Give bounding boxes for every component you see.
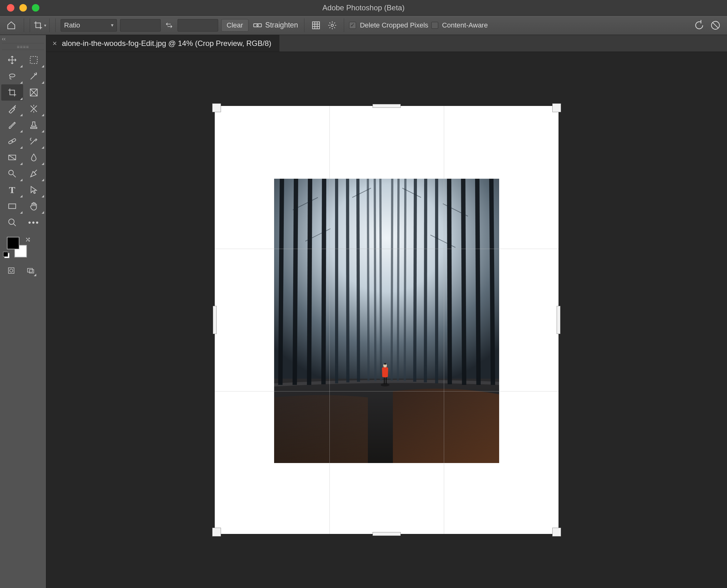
content-aware-checkbox[interactable]: Content-Aware: [431, 21, 487, 29]
panel-grip[interactable]: ≡≡≡≡: [2, 43, 44, 50]
cancel-crop-button[interactable]: [710, 18, 721, 32]
clone-stamp-tool[interactable]: [23, 117, 45, 133]
crop-tool[interactable]: [1, 84, 23, 101]
gradient-icon: [7, 153, 17, 162]
chevron-down-icon: ▾: [44, 23, 46, 28]
crop-handle-right[interactable]: [557, 306, 560, 334]
minimize-window-button[interactable]: [19, 4, 27, 12]
history-brush-icon: [29, 136, 38, 146]
frame-tool[interactable]: [23, 84, 45, 101]
color-swatches: ⤭: [0, 234, 46, 262]
svg-rect-48: [384, 363, 386, 364]
delete-cropped-pixels-checkbox[interactable]: ✓ Delete Cropped Pixels: [349, 21, 428, 29]
crop-height-input[interactable]: [178, 19, 218, 31]
blur-tool[interactable]: [23, 149, 45, 166]
pen-icon: [29, 169, 38, 178]
collapse-panel-button[interactable]: ‹‹: [0, 35, 46, 42]
svg-line-29: [477, 179, 479, 385]
separator: [304, 18, 305, 32]
svg-point-11: [9, 219, 14, 225]
straighten-label: Straighten: [265, 21, 298, 29]
svg-line-26: [375, 179, 375, 381]
history-brush-tool[interactable]: [23, 133, 45, 149]
type-tool[interactable]: T: [1, 182, 23, 198]
quick-mask-button[interactable]: [5, 264, 18, 277]
lasso-icon: [7, 71, 17, 81]
swap-colors-button[interactable]: ⤭: [25, 236, 30, 244]
eyedropper-icon: [7, 104, 17, 113]
grid-icon: [311, 21, 321, 30]
clear-button-label: Clear: [227, 21, 243, 29]
svg-rect-0: [253, 24, 261, 27]
crop-handle-top[interactable]: [373, 104, 401, 108]
default-colors-button[interactable]: [3, 252, 9, 257]
document-tab-title: alone-in-the-woods-fog-Edit.jpg @ 14% (C…: [62, 39, 271, 48]
eyedropper-tool[interactable]: [1, 101, 23, 117]
crop-handle-left[interactable]: [213, 306, 216, 334]
home-icon: [6, 21, 16, 30]
document-tab-bar: × alone-in-the-woods-fog-Edit.jpg @ 14% …: [46, 35, 727, 52]
crop-handle-top-left[interactable]: [212, 103, 221, 112]
dodge-icon: [7, 169, 17, 178]
document-tab[interactable]: × alone-in-the-woods-fog-Edit.jpg @ 14% …: [46, 35, 279, 51]
lasso-tool[interactable]: [1, 68, 23, 84]
svg-line-27: [380, 179, 381, 381]
svg-line-37: [392, 179, 392, 381]
cancel-icon: [710, 20, 721, 30]
delete-cropped-pixels-label: Delete Cropped Pixels: [360, 21, 428, 29]
close-tab-button[interactable]: ×: [53, 39, 57, 48]
svg-line-25: [368, 179, 369, 381]
move-tool[interactable]: [1, 52, 23, 68]
healing-brush-tool[interactable]: [1, 133, 23, 149]
swap-width-height-button[interactable]: [164, 18, 174, 32]
path-select-tool[interactable]: [23, 182, 45, 198]
magic-wand-tool[interactable]: [23, 68, 45, 84]
svg-rect-4: [30, 57, 38, 64]
svg-point-2: [331, 24, 334, 26]
aspect-ratio-preset-select[interactable]: Ratio ▾: [61, 19, 117, 31]
separator: [344, 18, 344, 32]
marquee-tool[interactable]: [23, 52, 45, 68]
chevron-down-icon: ▾: [111, 22, 113, 28]
crop-boundary[interactable]: [215, 106, 559, 534]
straighten-button[interactable]: Straighten: [252, 18, 299, 32]
generative-fill-tool[interactable]: [23, 101, 45, 117]
stamp-icon: [29, 120, 38, 130]
brush-tool[interactable]: [1, 117, 23, 133]
maximize-window-button[interactable]: [32, 4, 39, 12]
reset-crop-button[interactable]: [694, 18, 705, 32]
svg-line-28: [491, 179, 493, 385]
content-aware-label: Content-Aware: [442, 21, 487, 29]
more-tools-button[interactable]: •••: [23, 214, 45, 231]
brush-icon: [7, 120, 17, 130]
clear-button[interactable]: Clear: [221, 19, 248, 31]
svg-line-21: [324, 179, 324, 384]
level-icon: [253, 21, 262, 30]
hand-tool[interactable]: [23, 198, 45, 214]
crop-handle-bottom[interactable]: [373, 532, 401, 536]
aspect-ratio-label: Ratio: [64, 21, 80, 29]
screen-mode-button[interactable]: [24, 264, 37, 277]
crop-icon: [7, 88, 17, 97]
crop-grid-line: [215, 391, 559, 392]
svg-line-36: [398, 179, 398, 381]
crop-width-input[interactable]: [120, 19, 161, 31]
pen-tool[interactable]: [23, 166, 45, 182]
window-controls: [0, 4, 39, 12]
dodge-tool[interactable]: [1, 166, 23, 182]
crop-handle-top-right[interactable]: [552, 103, 561, 112]
current-tool-indicator[interactable]: ▾: [30, 18, 50, 32]
overlay-options-button[interactable]: [309, 18, 323, 32]
crop-handle-bottom-right[interactable]: [552, 528, 561, 537]
rectangle-tool[interactable]: [1, 198, 23, 214]
options-bar: ▾ Ratio ▾ Clear Straighten ✓ Delete Crop…: [0, 16, 727, 35]
canvas-area[interactable]: [46, 52, 727, 588]
svg-line-23: [348, 179, 348, 382]
zoom-tool[interactable]: [1, 214, 23, 231]
gradient-tool[interactable]: [1, 149, 23, 166]
foreground-color-swatch[interactable]: [7, 237, 19, 249]
close-window-button[interactable]: [7, 4, 14, 12]
crop-options-button[interactable]: [326, 18, 339, 32]
home-button[interactable]: [4, 18, 19, 32]
crop-handle-bottom-left[interactable]: [212, 528, 221, 537]
